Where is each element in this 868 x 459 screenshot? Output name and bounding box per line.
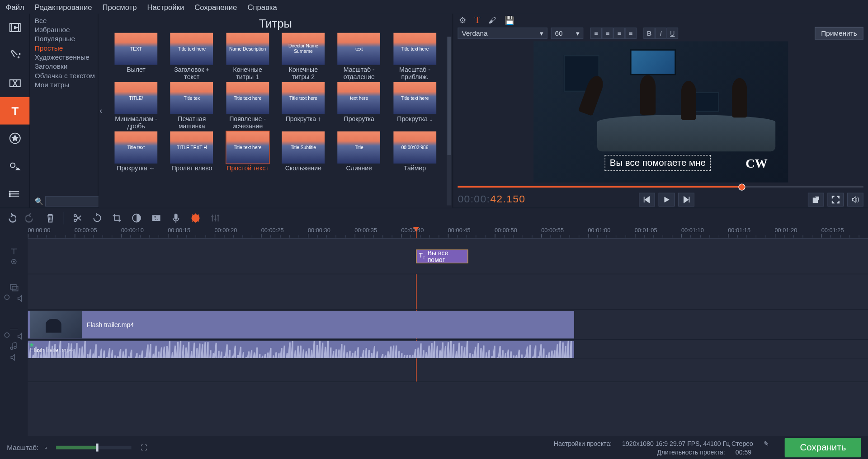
video-preview[interactable]: Вы все помогаете мне CW: [533, 41, 788, 182]
ruler-tick: 00:00:10: [121, 227, 144, 234]
title-preset[interactable]: TEXTВылет: [112, 33, 160, 81]
menu-file[interactable]: Файл: [6, 3, 24, 11]
gallery-heading: Титры: [99, 14, 453, 33]
italic-button[interactable]: I: [655, 28, 667, 39]
title-thumbnail: Director Name Surname: [282, 33, 325, 65]
gallery-scrollbar[interactable]: [447, 37, 451, 205]
title-preset[interactable]: Title text hereПрокрутка ↑: [279, 82, 327, 131]
font-size-select[interactable]: 60▾: [551, 28, 584, 39]
preview-scrubber[interactable]: [453, 183, 868, 191]
clip-properties-button[interactable]: [189, 211, 202, 224]
audio-clip[interactable]: ★ Flash trailer.mp4: [28, 341, 574, 358]
align-right-icon[interactable]: ≡: [613, 28, 625, 39]
underline-button[interactable]: U: [667, 28, 679, 39]
undo-button[interactable]: [5, 211, 17, 224]
video-clip[interactable]: Flash trailer.mp4: [28, 311, 574, 338]
save-preset-icon[interactable]: 💾: [505, 15, 514, 24]
fullscreen-icon[interactable]: [827, 192, 844, 206]
tool-filters-icon[interactable]: [0, 42, 29, 69]
title-preset[interactable]: Title SubtitleСкольжение: [279, 131, 327, 180]
zoom-slider[interactable]: [56, 446, 131, 450]
redo-button[interactable]: [24, 211, 37, 224]
menu-help[interactable]: Справка: [247, 3, 277, 11]
menu-save[interactable]: Сохранение: [194, 3, 237, 11]
title-preset[interactable]: Title textПрокрутка ←: [112, 131, 160, 180]
detach-preview-icon[interactable]: [808, 192, 824, 206]
category-bubbles[interactable]: Облачка с текстом: [35, 71, 98, 80]
title-preset[interactable]: Name DescriptionКонечные титры 1: [224, 33, 271, 81]
chroma-key-button[interactable]: [150, 211, 163, 224]
menu-edit[interactable]: Редактирование: [35, 3, 92, 11]
crop-button[interactable]: [110, 211, 123, 224]
text-clip[interactable]: TT Вы все помог: [416, 249, 468, 263]
text-track-header[interactable]: [0, 239, 28, 274]
color-adjust-button[interactable]: [130, 211, 143, 224]
title-preset[interactable]: textМасштаб - отдаление: [335, 33, 383, 81]
title-preset[interactable]: TITLE TEXT HПролёт влево: [168, 131, 216, 180]
video-track-header[interactable]: [0, 310, 28, 340]
record-audio-button[interactable]: [170, 211, 182, 224]
equalizer-button[interactable]: [209, 211, 222, 224]
video-track[interactable]: Flash trailer.mp4: [28, 310, 868, 340]
title-preset[interactable]: Title texПечатная машинка: [168, 82, 216, 131]
title-preset[interactable]: Title text hereПрокрутка ↓: [391, 82, 439, 131]
title-preset[interactable]: 00:00:02:986Таймер: [391, 131, 439, 180]
color-picker-icon[interactable]: 🖌: [488, 15, 496, 24]
align-center-icon[interactable]: ≡: [602, 28, 613, 39]
align-left-icon[interactable]: ≡: [590, 28, 602, 39]
collapse-sidebar-icon[interactable]: ‹: [99, 106, 102, 115]
title-preset[interactable]: Title text hereПоявление - исчезание: [224, 82, 271, 131]
title-overlay-text[interactable]: Вы все помогаете мне: [604, 155, 711, 171]
title-thumbnail: Title text here: [393, 82, 436, 114]
clip-properties-icon[interactable]: ⚙: [459, 15, 467, 24]
audio-track[interactable]: ★ Flash trailer.mp4: [28, 340, 868, 359]
categories-sidebar: Все Избранное Популярные Простые Художес…: [30, 14, 99, 207]
fit-zoom-icon[interactable]: ⛶: [141, 444, 147, 452]
category-artistic[interactable]: Художественные: [35, 53, 98, 62]
category-my-titles[interactable]: Мои титры: [35, 80, 98, 89]
tool-media-icon[interactable]: [0, 14, 29, 41]
tool-stickers-icon[interactable]: [0, 125, 29, 152]
split-button[interactable]: [71, 211, 84, 224]
title-preset[interactable]: TITLE/Минимализм - дробь: [112, 82, 160, 131]
category-simple[interactable]: Простые: [35, 44, 98, 53]
play-button[interactable]: [659, 192, 675, 206]
save-button[interactable]: Сохранить: [785, 438, 861, 457]
apply-button[interactable]: Применить: [815, 27, 863, 39]
category-all[interactable]: Все: [35, 16, 98, 25]
overlay-track-header[interactable]: [0, 274, 28, 310]
category-headers[interactable]: Заголовки: [35, 62, 98, 71]
prev-frame-button[interactable]: [639, 192, 655, 206]
title-preset[interactable]: Title text hereЗаголовок + текст: [168, 33, 216, 81]
edit-settings-icon[interactable]: ✎: [764, 440, 769, 447]
next-frame-button[interactable]: [678, 192, 694, 206]
title-preset[interactable]: Title text hereПростой текст: [224, 131, 271, 180]
category-favorites[interactable]: Избранное: [35, 25, 98, 34]
title-thumbnail: TITLE TEXT H: [170, 131, 213, 164]
music-track[interactable]: [28, 359, 868, 382]
title-preset[interactable]: Director Name SurnameКонечные титры 2: [279, 33, 327, 81]
title-preset[interactable]: text hereПрокрутка: [335, 82, 383, 131]
timeline-ruler[interactable]: 00:00:0000:00:0500:00:1000:00:1500:00:20…: [28, 227, 868, 239]
delete-button[interactable]: [44, 211, 57, 224]
menu-view[interactable]: Просмотр: [103, 3, 137, 11]
menu-settings[interactable]: Настройки: [147, 3, 184, 11]
tool-more-icon[interactable]: [0, 180, 29, 207]
text-tool-icon[interactable]: T: [475, 15, 481, 25]
bold-button[interactable]: B: [643, 28, 655, 39]
font-select[interactable]: Verdana▾: [458, 28, 547, 39]
category-popular[interactable]: Популярные: [35, 34, 98, 43]
rotate-button[interactable]: [91, 211, 104, 224]
align-justify-icon[interactable]: ≡: [625, 28, 637, 39]
title-preset[interactable]: TitleСлияние: [335, 131, 383, 180]
title-thumbnail: text: [338, 33, 381, 65]
tool-transitions-icon[interactable]: [0, 69, 29, 97]
title-preset[interactable]: Title text hereМасштаб - приближ.: [391, 33, 439, 81]
music-track-header[interactable]: [0, 340, 28, 363]
overlay-track[interactable]: [28, 274, 868, 310]
volume-icon[interactable]: [847, 192, 863, 206]
zoom-out-icon[interactable]: ▫: [44, 444, 47, 452]
text-track[interactable]: TT Вы все помог: [28, 239, 868, 274]
tool-callouts-icon[interactable]: [0, 152, 29, 180]
tool-titles-icon[interactable]: [0, 97, 29, 124]
